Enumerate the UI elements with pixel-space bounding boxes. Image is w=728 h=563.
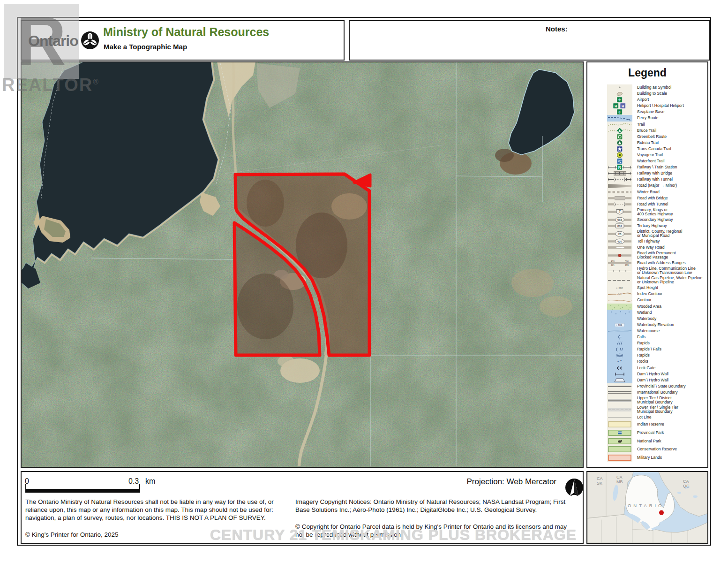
legend-item: 504Secondary Highway bbox=[587, 217, 707, 223]
legend-symbol-hwy_secondary: 504 bbox=[607, 217, 632, 223]
legend-item-label: Provincial \ State Boundary bbox=[637, 384, 686, 388]
legend-item-label: Falls bbox=[637, 335, 645, 339]
aerial-imagery bbox=[22, 62, 583, 467]
legend-item-label: Dam \ Hydro Wall bbox=[637, 378, 668, 382]
legend-item: Rapids bbox=[587, 352, 707, 358]
legend-symbol-box_consres bbox=[607, 445, 632, 454]
legend-item: **Rocks bbox=[587, 358, 707, 365]
legend-item-label: District, County, Regionalor Municipal R… bbox=[637, 229, 682, 238]
legend-symbol-dam1 bbox=[607, 371, 632, 377]
legend-item: Greenbelt Route bbox=[587, 134, 707, 140]
legend-item-label: International Boundary bbox=[637, 390, 677, 395]
legend-item-label: Road with Address Ranges bbox=[637, 261, 686, 265]
notes-panel: Notes: bbox=[349, 20, 710, 61]
legend-item-label: Waterbody bbox=[637, 317, 656, 321]
legend-symbol-rail_tunnel bbox=[607, 176, 632, 183]
legend-symbol-falls bbox=[607, 334, 632, 340]
legend-symbol-watercourse bbox=[607, 328, 632, 334]
legend-item-label: Road with Bridge bbox=[637, 196, 668, 200]
legend-item: Road with Bridge bbox=[587, 195, 707, 201]
legend-item: Watercourse bbox=[587, 328, 707, 334]
legend-symbol-greenbelt bbox=[607, 134, 632, 140]
svg-text:H: H bbox=[615, 104, 617, 108]
legend-item: 801Tertiary Highway bbox=[587, 223, 707, 229]
locator-inset-map: CASKCAMBCAQC ONTARIO bbox=[586, 471, 708, 544]
legend-symbol-hwy_tertiary: 801 bbox=[607, 223, 632, 229]
legend-symbol-waterbody bbox=[607, 316, 632, 322]
legend-item-label: Bruce Trail bbox=[637, 129, 656, 133]
legend-symbol-rocks: ** bbox=[607, 358, 632, 365]
legend-item: 407Toll Highway bbox=[587, 238, 707, 244]
legend-symbol-lotline bbox=[607, 414, 632, 420]
legend-item-label: Indian Reserve bbox=[637, 422, 664, 426]
legend-symbol-ferry bbox=[607, 115, 632, 121]
svg-text:500: 500 bbox=[625, 260, 629, 263]
legend-symbol-upper_bound bbox=[607, 396, 632, 405]
legend-item-label: Spot Height bbox=[637, 286, 658, 290]
svg-text:H: H bbox=[622, 104, 624, 108]
legend-item-label: National Park bbox=[637, 439, 661, 443]
legend-item: 28District, County, Regionalor Municipal… bbox=[587, 229, 707, 238]
legend-symbol-contour bbox=[607, 297, 632, 304]
legend-item-label: Trail bbox=[637, 122, 645, 127]
legend-symbol-oneway bbox=[607, 244, 632, 251]
legend-symbol-road_bridge bbox=[607, 195, 632, 201]
legend-item-label: Military Lands bbox=[637, 456, 662, 460]
legend-item-label: Greenbelt Route bbox=[637, 135, 667, 139]
legend-item: Wooded Area bbox=[587, 304, 707, 310]
legend-item-label: Primary, Kings or400 Series Highway bbox=[637, 208, 673, 216]
legend-symbol-road_district: 28 bbox=[607, 229, 632, 238]
legend-item-label: Contour bbox=[637, 298, 652, 302]
legend-item-label: Waterbody Elevation bbox=[637, 323, 674, 327]
registered-mark: ® bbox=[93, 78, 99, 86]
svg-text:28: 28 bbox=[618, 232, 622, 235]
legend-item: Lower Tier \ Single TierMunicipal Bounda… bbox=[587, 405, 707, 414]
legend-title: Legend bbox=[587, 67, 707, 79]
legend-symbol-bldg_sym bbox=[607, 84, 632, 91]
legend-item-label: Upper Tier \ DistrictMunicipal Boundary bbox=[637, 396, 672, 404]
legend-item-label: Road with PermanentBlocked Passage bbox=[637, 251, 676, 259]
legend-item-label: Hydro Line, Communication Lineor Unknown… bbox=[637, 266, 696, 275]
legend-item: Trans Canada Trail bbox=[587, 146, 707, 152]
legend-item-label: Lot Line bbox=[637, 415, 652, 419]
svg-text:298: 298 bbox=[619, 287, 623, 289]
legend-item-label: Lower Tier \ Single TierMunicipal Bounda… bbox=[637, 405, 678, 414]
legend-item-label: Provincial Park bbox=[637, 431, 664, 435]
legend-item: Road with PermanentBlocked Passage bbox=[587, 251, 707, 260]
legend-item-label: Building to Scale bbox=[637, 91, 667, 96]
legend-symbol-rail_station: R bbox=[607, 164, 632, 170]
legend-item-label: Airport bbox=[637, 98, 649, 102]
legend-item-label: Rapids bbox=[637, 353, 650, 358]
legend-item: Road (Major → Minor) bbox=[587, 183, 707, 189]
legend-item: Road with Tunnel bbox=[587, 201, 707, 207]
legend-symbol-tct bbox=[607, 146, 632, 152]
scale-bar bbox=[25, 489, 140, 493]
inset-region-label: ONTARIO bbox=[628, 503, 664, 508]
legend-symbol-hwy_primary: 7 bbox=[607, 207, 632, 217]
north-arrow-icon bbox=[564, 477, 584, 501]
legend-symbol-box_military bbox=[607, 454, 632, 462]
legend-item-label: Rapids \ Falls bbox=[637, 347, 661, 351]
legend-item: Voyageur Trail bbox=[587, 152, 707, 158]
legend-symbol-wetland bbox=[607, 310, 632, 316]
legend-symbol-voyageur bbox=[607, 152, 632, 158]
legend-item: Indian Reserve bbox=[587, 420, 707, 429]
legend-item: Natural Gas Pipeline, Water Pipelineor U… bbox=[587, 275, 707, 285]
svg-text:R: R bbox=[618, 165, 621, 170]
legend-item: Falls bbox=[587, 334, 707, 340]
legend-item: Rapids bbox=[587, 340, 707, 346]
legend-item-label: Road (Major → Minor) bbox=[637, 183, 677, 188]
svg-text:420: 420 bbox=[611, 260, 615, 263]
legend-item-label: Winter Road bbox=[637, 190, 660, 194]
legend-symbol-bldg_scale bbox=[607, 91, 632, 97]
legend-item: Trail bbox=[587, 122, 707, 128]
legend-item-label: Index Contour bbox=[637, 292, 662, 296]
inset-province-label: MB bbox=[616, 479, 623, 484]
legend-item: 298Spot Height bbox=[587, 285, 707, 291]
svg-text:*: * bbox=[617, 360, 619, 364]
legend-item: Waterfront Trail bbox=[587, 158, 707, 164]
realtor-watermark-text: REALTOR bbox=[2, 75, 93, 95]
inset-province-label: SK bbox=[597, 481, 602, 486]
legend-item: Upper Tier \ DistrictMunicipal Boundary bbox=[587, 396, 707, 405]
legend-item-label: Trans Canada Trail bbox=[637, 147, 671, 151]
